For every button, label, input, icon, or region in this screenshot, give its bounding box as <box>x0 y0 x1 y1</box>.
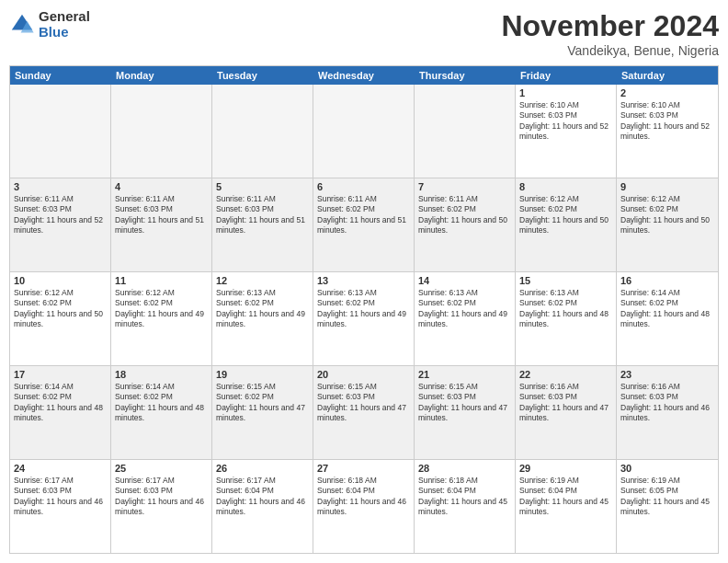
day-info: Sunrise: 6:11 AMSunset: 6:02 PMDaylight:… <box>418 194 511 236</box>
day-cell-9: 9Sunrise: 6:12 AMSunset: 6:02 PMDaylight… <box>617 178 718 271</box>
day-number: 9 <box>620 181 714 192</box>
day-info: Sunrise: 6:14 AMSunset: 6:02 PMDaylight:… <box>620 288 714 330</box>
day-cell-7: 7Sunrise: 6:11 AMSunset: 6:02 PMDaylight… <box>415 178 516 271</box>
day-cell-2: 2Sunrise: 6:10 AMSunset: 6:03 PMDaylight… <box>617 85 718 178</box>
day-number: 20 <box>317 369 410 380</box>
calendar-row-3: 17Sunrise: 6:14 AMSunset: 6:02 PMDayligh… <box>10 366 718 460</box>
day-number: 16 <box>620 275 714 286</box>
empty-cell <box>111 85 212 178</box>
month-title: November 2024 <box>501 9 719 43</box>
day-info: Sunrise: 6:16 AMSunset: 6:03 PMDaylight:… <box>519 382 612 424</box>
weekday-header-saturday: Saturday <box>617 66 718 85</box>
logo-general-text: General <box>39 9 90 25</box>
weekday-header-thursday: Thursday <box>415 66 516 85</box>
day-cell-16: 16Sunrise: 6:14 AMSunset: 6:02 PMDayligh… <box>617 272 718 365</box>
day-cell-24: 24Sunrise: 6:17 AMSunset: 6:03 PMDayligh… <box>10 460 111 553</box>
day-info: Sunrise: 6:15 AMSunset: 6:03 PMDaylight:… <box>317 382 410 424</box>
day-number: 18 <box>115 369 208 380</box>
day-cell-12: 12Sunrise: 6:13 AMSunset: 6:02 PMDayligh… <box>212 272 313 365</box>
day-info: Sunrise: 6:12 AMSunset: 6:02 PMDaylight:… <box>519 194 612 236</box>
day-number: 11 <box>115 275 208 286</box>
day-number: 7 <box>418 181 511 192</box>
day-cell-10: 10Sunrise: 6:12 AMSunset: 6:02 PMDayligh… <box>10 272 111 365</box>
day-info: Sunrise: 6:17 AMSunset: 6:04 PMDaylight:… <box>216 476 309 518</box>
day-number: 22 <box>519 369 612 380</box>
day-cell-1: 1Sunrise: 6:10 AMSunset: 6:03 PMDaylight… <box>516 85 617 178</box>
day-info: Sunrise: 6:11 AMSunset: 6:03 PMDaylight:… <box>14 194 107 236</box>
day-number: 4 <box>115 181 208 192</box>
day-info: Sunrise: 6:19 AMSunset: 6:05 PMDaylight:… <box>620 476 714 518</box>
day-cell-27: 27Sunrise: 6:18 AMSunset: 6:04 PMDayligh… <box>313 460 415 553</box>
day-cell-22: 22Sunrise: 6:16 AMSunset: 6:03 PMDayligh… <box>516 366 617 459</box>
day-number: 25 <box>115 463 208 474</box>
calendar-row-4: 24Sunrise: 6:17 AMSunset: 6:03 PMDayligh… <box>10 460 718 553</box>
weekday-header-tuesday: Tuesday <box>212 66 313 85</box>
calendar: SundayMondayTuesdayWednesdayThursdayFrid… <box>9 65 719 554</box>
day-number: 5 <box>216 181 309 192</box>
day-cell-21: 21Sunrise: 6:15 AMSunset: 6:03 PMDayligh… <box>415 366 516 459</box>
title-block: November 2024 Vandeikya, Benue, Nigeria <box>501 9 719 58</box>
day-number: 15 <box>519 275 612 286</box>
day-cell-23: 23Sunrise: 6:16 AMSunset: 6:03 PMDayligh… <box>617 366 718 459</box>
day-cell-14: 14Sunrise: 6:13 AMSunset: 6:02 PMDayligh… <box>415 272 516 365</box>
day-cell-11: 11Sunrise: 6:12 AMSunset: 6:02 PMDayligh… <box>111 272 212 365</box>
weekday-header-monday: Monday <box>111 66 212 85</box>
day-cell-5: 5Sunrise: 6:11 AMSunset: 6:03 PMDaylight… <box>212 178 313 271</box>
day-number: 10 <box>14 275 107 286</box>
day-cell-6: 6Sunrise: 6:11 AMSunset: 6:02 PMDaylight… <box>313 178 415 271</box>
day-info: Sunrise: 6:10 AMSunset: 6:03 PMDaylight:… <box>620 100 714 143</box>
empty-cell <box>415 85 516 178</box>
day-cell-18: 18Sunrise: 6:14 AMSunset: 6:02 PMDayligh… <box>111 366 212 459</box>
weekday-header-friday: Friday <box>516 66 617 85</box>
day-info: Sunrise: 6:11 AMSunset: 6:02 PMDaylight:… <box>317 194 410 236</box>
day-info: Sunrise: 6:14 AMSunset: 6:02 PMDaylight:… <box>115 382 208 424</box>
empty-cell <box>212 85 313 178</box>
day-info: Sunrise: 6:15 AMSunset: 6:03 PMDaylight:… <box>418 382 511 424</box>
day-info: Sunrise: 6:12 AMSunset: 6:02 PMDaylight:… <box>620 194 714 236</box>
day-info: Sunrise: 6:19 AMSunset: 6:04 PMDaylight:… <box>519 476 612 518</box>
calendar-row-0: 1Sunrise: 6:10 AMSunset: 6:03 PMDaylight… <box>10 85 718 178</box>
day-cell-19: 19Sunrise: 6:15 AMSunset: 6:02 PMDayligh… <box>212 366 313 459</box>
day-number: 27 <box>317 463 410 474</box>
day-number: 24 <box>14 463 107 474</box>
day-cell-15: 15Sunrise: 6:13 AMSunset: 6:02 PMDayligh… <box>516 272 617 365</box>
day-number: 21 <box>418 369 511 380</box>
day-number: 6 <box>317 181 410 192</box>
day-number: 12 <box>216 275 309 286</box>
day-info: Sunrise: 6:17 AMSunset: 6:03 PMDaylight:… <box>115 476 208 518</box>
day-cell-3: 3Sunrise: 6:11 AMSunset: 6:03 PMDaylight… <box>10 178 111 271</box>
day-cell-25: 25Sunrise: 6:17 AMSunset: 6:03 PMDayligh… <box>111 460 212 553</box>
calendar-body: 1Sunrise: 6:10 AMSunset: 6:03 PMDaylight… <box>10 85 718 553</box>
day-cell-8: 8Sunrise: 6:12 AMSunset: 6:02 PMDaylight… <box>516 178 617 271</box>
day-cell-13: 13Sunrise: 6:13 AMSunset: 6:02 PMDayligh… <box>313 272 415 365</box>
day-number: 19 <box>216 369 309 380</box>
day-info: Sunrise: 6:13 AMSunset: 6:02 PMDaylight:… <box>317 288 410 330</box>
day-number: 23 <box>620 369 714 380</box>
day-info: Sunrise: 6:11 AMSunset: 6:03 PMDaylight:… <box>115 194 208 236</box>
day-info: Sunrise: 6:18 AMSunset: 6:04 PMDaylight:… <box>317 476 410 518</box>
empty-cell <box>313 85 415 178</box>
day-number: 29 <box>519 463 612 474</box>
day-info: Sunrise: 6:12 AMSunset: 6:02 PMDaylight:… <box>14 288 107 330</box>
day-cell-17: 17Sunrise: 6:14 AMSunset: 6:02 PMDayligh… <box>10 366 111 459</box>
location: Vandeikya, Benue, Nigeria <box>501 43 719 58</box>
day-info: Sunrise: 6:17 AMSunset: 6:03 PMDaylight:… <box>14 476 107 518</box>
day-cell-20: 20Sunrise: 6:15 AMSunset: 6:03 PMDayligh… <box>313 366 415 459</box>
day-cell-26: 26Sunrise: 6:17 AMSunset: 6:04 PMDayligh… <box>212 460 313 553</box>
calendar-row-1: 3Sunrise: 6:11 AMSunset: 6:03 PMDaylight… <box>10 178 718 272</box>
calendar-header: SundayMondayTuesdayWednesdayThursdayFrid… <box>10 66 718 85</box>
day-info: Sunrise: 6:13 AMSunset: 6:02 PMDaylight:… <box>418 288 511 330</box>
weekday-header-sunday: Sunday <box>10 66 111 85</box>
day-info: Sunrise: 6:10 AMSunset: 6:03 PMDaylight:… <box>519 100 612 143</box>
logo: General Blue <box>9 9 90 40</box>
logo-blue-text: Blue <box>39 25 90 40</box>
logo-text: General Blue <box>39 9 90 40</box>
day-number: 1 <box>519 87 612 98</box>
day-number: 17 <box>14 369 107 380</box>
day-info: Sunrise: 6:13 AMSunset: 6:02 PMDaylight:… <box>216 288 309 330</box>
day-cell-28: 28Sunrise: 6:18 AMSunset: 6:04 PMDayligh… <box>415 460 516 553</box>
day-number: 8 <box>519 181 612 192</box>
day-cell-4: 4Sunrise: 6:11 AMSunset: 6:03 PMDaylight… <box>111 178 212 271</box>
day-info: Sunrise: 6:11 AMSunset: 6:03 PMDaylight:… <box>216 194 309 236</box>
day-number: 2 <box>620 87 714 98</box>
